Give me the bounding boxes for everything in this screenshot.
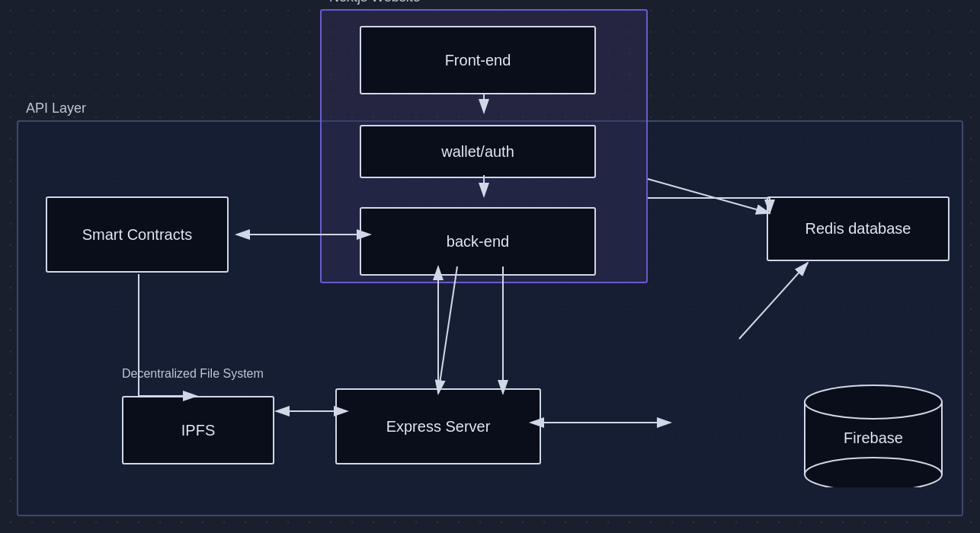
wallet-label: wallet/auth [441,143,514,161]
express-server-node: Express Server [335,388,541,464]
smart-contracts-node: Smart Contracts [46,196,229,273]
nextjs-label: Nextjs Website [329,0,421,5]
nextjs-container: Nextjs Website Front-end wallet/auth bac… [320,9,648,283]
redis-label: Redis database [805,220,911,238]
frontend-node: Front-end [360,26,596,94]
svg-point-1 [805,385,942,419]
redis-node: Redis database [767,196,950,261]
express-label: Express Server [386,418,491,436]
frontend-label: Front-end [445,52,511,69]
api-layer-label: API Layer [26,101,86,116]
ipfs-label: IPFS [181,422,215,439]
wallet-node: wallet/auth [360,125,596,178]
svg-text:Firebase: Firebase [844,429,903,446]
svg-point-2 [805,458,942,487]
firebase-node: Firebase [801,381,946,487]
backend-label: back-end [447,233,509,251]
ipfs-node: IPFS [122,396,274,464]
smart-contracts-label: Smart Contracts [82,226,192,244]
backend-node: back-end [360,207,596,276]
diagram-root: API Layer Nextjs Website Front-end walle… [0,0,980,533]
